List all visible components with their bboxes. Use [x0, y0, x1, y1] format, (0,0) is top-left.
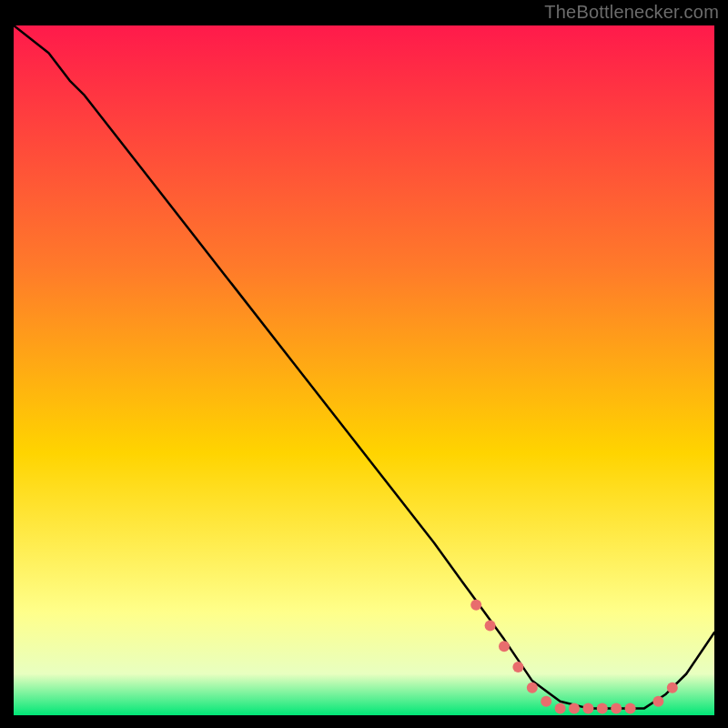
plot-area	[14, 25, 714, 715]
curve-marker	[541, 696, 551, 707]
curve-marker	[597, 703, 608, 713]
curve-marker	[582, 703, 593, 713]
curve-marker	[512, 662, 523, 672]
curve-marker	[555, 703, 566, 713]
curve-marker	[667, 682, 678, 693]
curve-marker	[527, 682, 538, 693]
curve-marker	[569, 703, 580, 713]
attribution-text: TheBottlenecker.com	[544, 2, 719, 23]
curve-marker	[652, 696, 663, 707]
curve-marker	[499, 641, 510, 652]
curve-marker	[485, 621, 496, 632]
curve-marker	[611, 703, 622, 713]
curve-marker	[470, 600, 481, 611]
gradient-background	[14, 25, 714, 715]
chart-svg	[14, 25, 714, 715]
curve-marker	[625, 703, 636, 713]
chart-frame: TheBottlenecker.com	[0, 0, 728, 728]
